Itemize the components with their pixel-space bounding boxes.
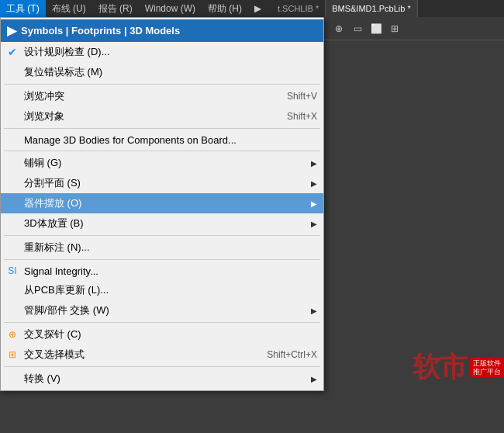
watermark-badge: 正版软件 推广平台: [470, 358, 504, 378]
toolbar-icon-6[interactable]: ⬜: [368, 20, 385, 37]
toolbar-icon-5[interactable]: ▭: [349, 20, 366, 37]
separator-6: [4, 322, 320, 323]
separator-5: [4, 259, 320, 260]
copper-arrow: ▶: [311, 159, 317, 168]
menu-item-3d-place[interactable]: 3D体放置 (B) ▶: [1, 213, 323, 234]
toolbar-icon-7[interactable]: ⊞: [386, 20, 403, 37]
select-icon: ⊞: [5, 348, 19, 362]
tab-pcblib[interactable]: BMS&IMD1.PcbLib *: [326, 0, 417, 17]
menu-help[interactable]: 帮助 (H): [202, 0, 248, 17]
menu-report[interactable]: 报告 (R): [92, 0, 139, 17]
tab-schlib[interactable]: t.SCHLIB *: [271, 0, 326, 17]
pin-exchange-arrow: ▶: [311, 307, 317, 315]
separator-3: [4, 151, 320, 151]
menu-item-cross-probe[interactable]: ⊕ 交叉探针 (C): [1, 324, 323, 345]
menu-route[interactable]: 布线 (U): [46, 0, 92, 17]
toolbar-icon-4[interactable]: ⊕: [330, 20, 347, 37]
menu-item-manage-3d[interactable]: Manage 3D Bodies for Components on Board…: [1, 130, 323, 149]
tab-bar: t.SCHLIB * BMS&IMD1.PcbLib *: [271, 0, 504, 17]
watermark: 软市 正版软件 推广平台: [333, 348, 504, 386]
convert-arrow: ▶: [311, 375, 317, 383]
menu-tools[interactable]: 工具 (T): [0, 0, 46, 17]
menu-item-cross-select[interactable]: ⊞ 交叉选择模式 Shift+Ctrl+X: [1, 345, 323, 365]
drc-icon: ✔: [5, 45, 19, 59]
separator-7: [4, 366, 320, 367]
menu-more[interactable]: ▶: [248, 0, 268, 17]
menu-item-relabel[interactable]: 重新标注 (N)...: [1, 237, 323, 258]
menu-bar: 工具 (T) 布线 (U) 报告 (R) Window (W) 帮助 (H) ▶: [0, 0, 271, 17]
component-place-arrow: ▶: [311, 199, 317, 208]
menu-item-signal-integrity[interactable]: SI Signal Integrity...: [1, 262, 323, 280]
menu-item-update-from-pcb[interactable]: 从PCB库更新 (L)...: [1, 280, 323, 300]
menu-item-reset-markers[interactable]: 复位错误标志 (M): [1, 62, 323, 82]
menu-item-component-place[interactable]: 器件摆放 (O) ▶: [1, 193, 323, 213]
menu-item-copper[interactable]: 铺铜 (G) ▶: [1, 153, 323, 173]
si-icon: SI: [5, 264, 19, 278]
watermark-text: 软市: [413, 348, 467, 386]
tools-dropdown-menu: ▶ Symbols | Footprints | 3D Models ✔ 设计规…: [0, 17, 324, 391]
probe-icon: ⊕: [5, 327, 19, 341]
menu-window[interactable]: Window (W): [139, 0, 202, 17]
separator-4: [4, 235, 320, 236]
menu-item-pin-exchange[interactable]: 管脚/部件 交换 (W) ▶: [1, 300, 323, 320]
split-plane-arrow: ▶: [311, 179, 317, 188]
menu-item-split-plane[interactable]: 分割平面 (S) ▶: [1, 173, 323, 193]
menu-item-design-rules[interactable]: ✔ 设计规则检查 (D)...: [1, 42, 323, 62]
symbols-icon: ▶: [7, 23, 16, 38]
3d-place-arrow: ▶: [311, 220, 317, 228]
menu-item-browse-objects[interactable]: 浏览对象 Shift+X: [1, 106, 323, 126]
menu-item-browse-conflicts[interactable]: 浏览冲突 Shift+V: [1, 86, 323, 106]
separator-1: [4, 84, 320, 85]
separator-2: [4, 128, 320, 129]
menu-banner[interactable]: ▶ Symbols | Footprints | 3D Models: [1, 19, 323, 42]
menu-item-convert[interactable]: 转换 (V) ▶: [1, 369, 323, 389]
